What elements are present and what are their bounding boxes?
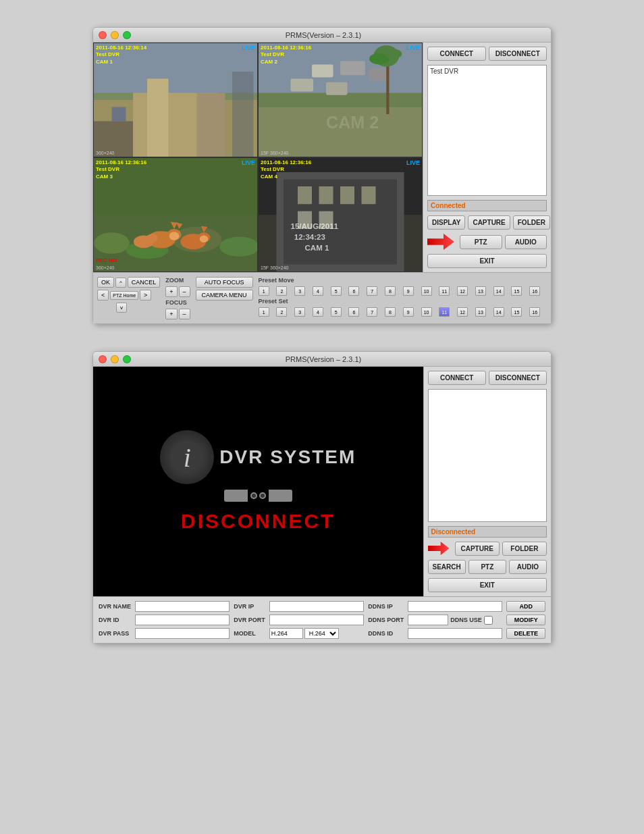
audio-button-2[interactable]: AUDIO: [509, 560, 547, 574]
preset-move-9[interactable]: 9: [403, 286, 414, 296]
add-button[interactable]: ADD: [506, 601, 545, 612]
preset-set-7[interactable]: 7: [367, 307, 377, 317]
auto-focus-button[interactable]: AUTO FOCUS: [196, 277, 253, 288]
titlebar2: PRMS(Version – 2.3.1): [93, 352, 551, 367]
down-button[interactable]: v: [116, 303, 127, 313]
display-button[interactable]: DISPLAY: [427, 215, 465, 230]
preset-set-6[interactable]: 6: [348, 307, 359, 317]
status-bar-2: Disconnected: [428, 526, 547, 538]
right-button[interactable]: >: [140, 290, 151, 301]
disconnect-button[interactable]: DISCONNECT: [489, 47, 547, 61]
audio-button-1[interactable]: AUDIO: [505, 235, 547, 249]
preset-move-13[interactable]: 13: [475, 286, 486, 296]
preset-set-12[interactable]: 12: [457, 307, 468, 317]
cam4-background: 15/AUG/2011 12:34:23 CAM 1: [259, 158, 422, 271]
preset-move-7[interactable]: 7: [367, 286, 377, 296]
preset-move-11[interactable]: 11: [439, 286, 450, 296]
ptz-button-1[interactable]: PTZ: [460, 235, 502, 249]
camera-cell-1[interactable]: 2011-08-16 12:36:14 Test DVR CAM 1 LIVE …: [93, 43, 258, 157]
zoom-row: + –: [165, 286, 190, 297]
preset-move-14[interactable]: 14: [493, 286, 504, 296]
preset-move-5[interactable]: 5: [331, 286, 342, 296]
model-select[interactable]: H.264: [304, 628, 339, 639]
ddns-use-checkbox[interactable]: [484, 616, 493, 625]
model-label: MODEL: [234, 630, 265, 637]
status-bar-1: Connected: [427, 200, 547, 211]
ddns-id-input[interactable]: [408, 628, 502, 639]
preset-set-label: Preset Set: [259, 298, 547, 305]
capture-button-1[interactable]: CAPTURE: [468, 215, 510, 230]
disconnect-button-2[interactable]: DISCONNECT: [489, 371, 547, 385]
preset-set-5[interactable]: 5: [331, 307, 342, 317]
dvr-pass-input[interactable]: [135, 628, 230, 639]
zoom-minus-button[interactable]: –: [179, 286, 190, 297]
connect-button[interactable]: CONNECT: [427, 47, 486, 61]
dvr-ip-input[interactable]: [269, 601, 364, 612]
ptz-home-button[interactable]: PTZ Home: [110, 291, 138, 300]
preset-set-4[interactable]: 4: [313, 307, 323, 317]
svg-rect-7: [112, 107, 126, 122]
preset-move-1[interactable]: 1: [259, 286, 269, 296]
camera-cell-4[interactable]: 15/AUG/2011 12:34:23 CAM 1 2011-08-16 12…: [258, 157, 423, 272]
svg-rect-44: [319, 186, 333, 204]
preset-set-3[interactable]: 3: [294, 307, 305, 317]
focus-minus-button[interactable]: –: [179, 309, 190, 319]
preset-set-8[interactable]: 8: [385, 307, 396, 317]
preset-move-10[interactable]: 10: [421, 286, 432, 296]
focus-plus-button[interactable]: +: [165, 309, 177, 319]
preset-set-1[interactable]: 1: [259, 307, 269, 317]
dvr-list[interactable]: Test DVR: [427, 65, 547, 196]
connect-button-2[interactable]: CONNECT: [428, 371, 486, 385]
preset-move-4[interactable]: 4: [313, 286, 323, 296]
dvr-name-input[interactable]: [135, 601, 230, 612]
ok-button[interactable]: OK: [97, 277, 114, 288]
preset-move-12[interactable]: 12: [457, 286, 468, 296]
delete-button[interactable]: DELETE: [506, 628, 545, 639]
up-button[interactable]: ^: [115, 278, 126, 288]
modify-button[interactable]: MODIFY: [506, 615, 545, 625]
search-button-2[interactable]: SEARCH: [428, 560, 466, 574]
preset-set-2[interactable]: 2: [276, 307, 287, 317]
dvr-list-2[interactable]: [428, 389, 547, 522]
preset-set-9[interactable]: 9: [403, 307, 414, 317]
svg-rect-4: [147, 79, 169, 157]
preset-move-15[interactable]: 15: [511, 286, 522, 296]
preset-move-6[interactable]: 6: [348, 286, 359, 296]
camera-menu-button[interactable]: CAMERA MENU: [196, 290, 253, 301]
preset-move-2[interactable]: 2: [276, 286, 287, 296]
exit-button-2[interactable]: EXIT: [428, 578, 547, 592]
preset-set-13[interactable]: 13: [475, 307, 486, 317]
preset-set-11[interactable]: 11: [439, 307, 450, 317]
preset-set-10[interactable]: 10: [421, 307, 432, 317]
conn-btn-row: CONNECT DISCONNECT: [427, 47, 547, 61]
folder-button-1[interactable]: FOLDER: [513, 215, 550, 230]
preset-move-3[interactable]: 3: [294, 286, 305, 296]
ddns-ip-input[interactable]: [408, 601, 502, 612]
left-button[interactable]: <: [97, 290, 109, 301]
model-input[interactable]: [269, 628, 303, 639]
camera-cell-2[interactable]: CAM 2 2011-08-16 12:36:16 Test DVR CAM 2…: [258, 43, 423, 157]
preset-move-grid: 1 2 3 4 5 6 7 8 9 10 11 12 13 14 15 16: [259, 286, 547, 296]
dvr-id-input[interactable]: [135, 615, 230, 625]
capture-button-2[interactable]: CAPTURE: [455, 542, 500, 556]
cam3-scene: [94, 158, 257, 271]
folder-button-2[interactable]: FOLDER: [502, 542, 547, 556]
preset-move-16[interactable]: 16: [529, 286, 540, 296]
ddns-port-input[interactable]: [408, 615, 448, 625]
model-area: H.264: [269, 628, 364, 639]
dvr-port-input[interactable]: [269, 615, 364, 625]
preset-move-8[interactable]: 8: [385, 286, 396, 296]
dvr-id-label: DVR ID: [99, 617, 131, 623]
ptz-button-2[interactable]: PTZ: [468, 560, 506, 574]
preset-set-14[interactable]: 14: [493, 307, 504, 317]
zoom-plus-button[interactable]: +: [165, 286, 177, 297]
main-display: i DVR SYSTEM DISCONNECT: [93, 367, 423, 596]
svg-point-23: [94, 232, 130, 254]
preset-set-16[interactable]: 16: [529, 307, 540, 317]
camera-cell-3[interactable]: 2011-08-16 12:36:16 Test DVR CAM 3 LIVE …: [93, 157, 258, 272]
cam4-scene: 15/AUG/2011 12:34:23 CAM 1: [259, 158, 422, 271]
exit-button-1[interactable]: EXIT: [427, 254, 547, 268]
preset-set-15[interactable]: 15: [511, 307, 522, 317]
cancel-button[interactable]: CANCEL: [128, 277, 161, 288]
window2-title: PRMS(Version – 2.3.1): [101, 355, 545, 363]
